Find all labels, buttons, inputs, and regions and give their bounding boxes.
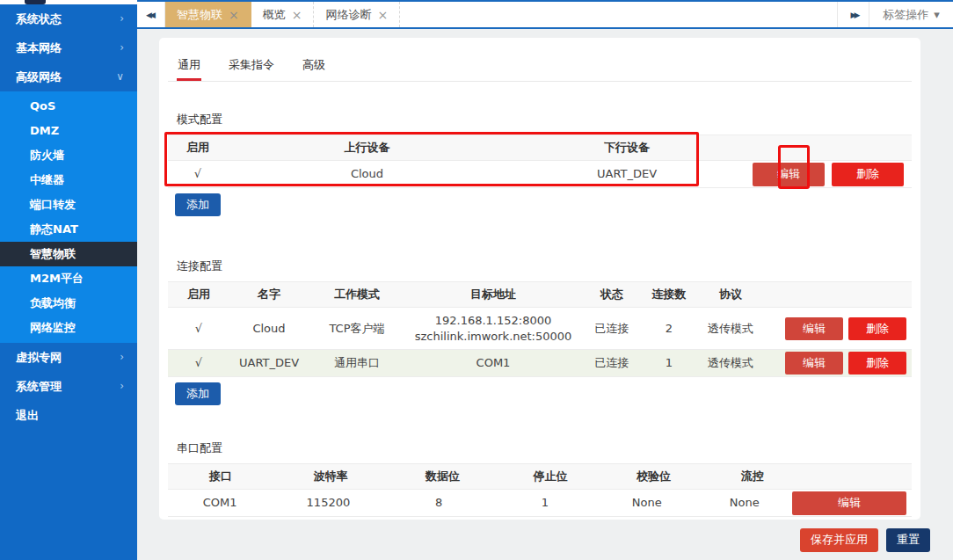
add-connection-button[interactable]: 添加 <box>175 382 221 405</box>
edit-button[interactable]: 编辑 <box>785 352 843 375</box>
sidebar-item-label: 基本网络 <box>16 33 62 62</box>
col-header-connections: 连接数 <box>643 287 695 302</box>
tab-actions-dropdown[interactable]: 标签操作 ▾ <box>869 2 953 27</box>
uplink-device: Cloud <box>228 166 506 182</box>
target-address-line1: 192.168.1.152:8000 <box>405 313 581 329</box>
table-row: √ Cloud UART_DEV 编辑 删除 <box>168 161 912 188</box>
sidebar-submenu-advanced-network: QoS DMZ 防火墙 中继器 端口转发 静态NAT 智慧物联 M2M平台 负载… <box>0 91 137 343</box>
footer-actions: 保存并应用 重置 <box>159 520 953 560</box>
chevron-down-icon: ∨ <box>116 62 124 91</box>
col-header-baud-rate: 波特率 <box>273 469 388 484</box>
sidebar-item-qos[interactable]: QoS <box>0 94 137 119</box>
target-address: COM1 <box>405 355 581 371</box>
work-mode: TCP客户端 <box>309 321 405 337</box>
chevron-right-icon: › <box>120 343 124 372</box>
table-row: COM1 115200 8 1 None None 编辑 <box>168 490 912 517</box>
stop-bits: 1 <box>493 495 597 511</box>
work-mode: 通用串口 <box>309 355 405 371</box>
tab-label: 智慧物联 <box>177 7 222 23</box>
sidebar-item-repeater[interactable]: 中继器 <box>0 168 137 193</box>
tab-scroll-left-icon[interactable]: ◀◀ <box>137 2 165 27</box>
sidebar-item-label: 退出 <box>16 401 39 430</box>
mode-config-section: 模式配置 启用 上行设备 下行设备 √ Cloud UART_DEV <box>168 112 912 216</box>
col-header-data-bits: 数据位 <box>388 469 498 484</box>
serial-config-title: 串口配置 <box>168 440 912 456</box>
col-header-protocol: 协议 <box>695 287 766 302</box>
sidebar: 系统状态 › 基本网络 › 高级网络 ∨ QoS DMZ 防火墙 中继器 端口转… <box>0 0 137 560</box>
chevron-right-icon: › <box>120 4 124 33</box>
baud-rate: 115200 <box>272 495 384 511</box>
connection-count: 1 <box>643 355 695 371</box>
enabled-checkmark: √ <box>168 321 229 337</box>
sidebar-item-static-nat[interactable]: 静态NAT <box>0 217 137 242</box>
tabbar-spacer <box>400 2 837 27</box>
row-actions: 编辑 删除 <box>766 352 912 375</box>
col-header-target-address: 目标地址 <box>405 287 581 302</box>
delete-button[interactable]: 删除 <box>848 317 906 340</box>
tab-collect-commands[interactable]: 采集指令 <box>228 50 275 81</box>
save-and-apply-button[interactable]: 保存并应用 <box>800 528 878 552</box>
flow-control: None <box>697 495 792 511</box>
edit-button[interactable]: 编辑 <box>792 491 906 515</box>
close-icon[interactable]: × <box>377 8 388 22</box>
row-actions: 编辑 <box>792 491 912 515</box>
sidebar-item-label: 系统管理 <box>16 372 62 401</box>
sidebar-item-m2m-platform[interactable]: M2M平台 <box>0 266 137 291</box>
serial-config-section: 串口配置 接口 波特率 数据位 停止位 校验位 流控 COM1 115200 <box>168 440 912 517</box>
connection-name: UART_DEV <box>229 355 309 371</box>
sidebar-item-firewall[interactable]: 防火墙 <box>0 143 137 168</box>
col-header-port: 接口 <box>168 469 273 484</box>
mode-config-title: 模式配置 <box>168 112 912 127</box>
sidebar-item-port-forwarding[interactable]: 端口转发 <box>0 193 137 217</box>
content-area: 通用 采集指令 高级 模式配置 启用 上行设备 下行设备 <box>137 29 953 560</box>
status-badge: 已连接 <box>581 355 643 371</box>
col-header-enabled: 启用 <box>168 287 229 302</box>
tab-advanced[interactable]: 高级 <box>302 50 326 81</box>
edit-button[interactable]: 编辑 <box>785 317 843 340</box>
table-header-row: 启用 名字 工作模式 目标地址 状态 连接数 协议 <box>168 281 912 308</box>
sidebar-item-network-monitor[interactable]: 网络监控 <box>0 316 137 340</box>
delete-button[interactable]: 删除 <box>832 163 904 186</box>
table-header-row: 启用 上行设备 下行设备 <box>168 135 912 161</box>
sidebar-item-system-management[interactable]: 系统管理 › <box>0 372 137 401</box>
reset-button[interactable]: 重置 <box>886 528 930 552</box>
row-actions: 编辑 删除 <box>747 163 912 186</box>
connection-name: Cloud <box>229 321 309 337</box>
panel-tabs: 通用 采集指令 高级 <box>168 50 912 82</box>
page-tabbar: ◀◀ 智慧物联 × 概览 × 网络诊断 × ▶▶ 标签操作 ▾ <box>137 0 953 29</box>
sidebar-item-vpn[interactable]: 虚拟专网 › <box>0 343 137 372</box>
edit-button[interactable]: 编辑 <box>753 163 825 186</box>
delete-button[interactable]: 删除 <box>848 352 906 375</box>
sidebar-item-basic-network[interactable]: 基本网络 › <box>0 33 137 62</box>
close-icon[interactable]: × <box>229 8 239 22</box>
sidebar-item-load-balancing[interactable]: 负载均衡 <box>0 291 137 316</box>
connection-count: 2 <box>643 321 695 337</box>
tab-label: 网络诊断 <box>325 7 371 23</box>
tab-label: 概览 <box>263 7 286 23</box>
sidebar-item-smart-iot[interactable]: 智慧物联 <box>0 242 137 266</box>
serial-config-table: 接口 波特率 数据位 停止位 校验位 流控 COM1 115200 8 1 No… <box>168 463 912 517</box>
sidebar-item-logout[interactable]: 退出 <box>0 401 137 430</box>
parity: None <box>597 495 696 511</box>
protocol: 透传模式 <box>695 355 766 371</box>
sidebar-item-label: 系统状态 <box>16 4 62 33</box>
sidebar-item-system-status[interactable]: 系统状态 › <box>0 4 137 33</box>
sidebar-item-dmz[interactable]: DMZ <box>0 119 137 143</box>
col-header-work-mode: 工作模式 <box>309 287 405 302</box>
table-row: √ UART_DEV 通用串口 COM1 已连接 1 透传模式 编辑 删除 <box>168 350 912 377</box>
chevron-right-icon: › <box>120 33 124 62</box>
tab-network-diagnostics[interactable]: 网络诊断 × <box>314 2 400 27</box>
tab-scroll-right-icon[interactable]: ▶▶ <box>837 2 869 27</box>
close-icon[interactable]: × <box>292 8 302 22</box>
connection-config-table: 启用 名字 工作模式 目标地址 状态 连接数 协议 √ Cloud TCP客户端 <box>168 281 912 377</box>
col-header-uplink: 上行设备 <box>228 140 506 156</box>
row-actions: 编辑 删除 <box>766 317 912 340</box>
table-header-row: 接口 波特率 数据位 停止位 校验位 流控 <box>168 463 912 490</box>
col-header-status: 状态 <box>581 287 643 302</box>
tab-overview[interactable]: 概览 × <box>251 2 315 27</box>
tab-general[interactable]: 通用 <box>177 50 201 81</box>
tab-smart-iot[interactable]: 智慧物联 × <box>165 2 251 27</box>
add-mode-button[interactable]: 添加 <box>175 193 221 216</box>
logo-fragment <box>25 0 46 4</box>
sidebar-item-advanced-network[interactable]: 高级网络 ∨ <box>0 62 137 91</box>
